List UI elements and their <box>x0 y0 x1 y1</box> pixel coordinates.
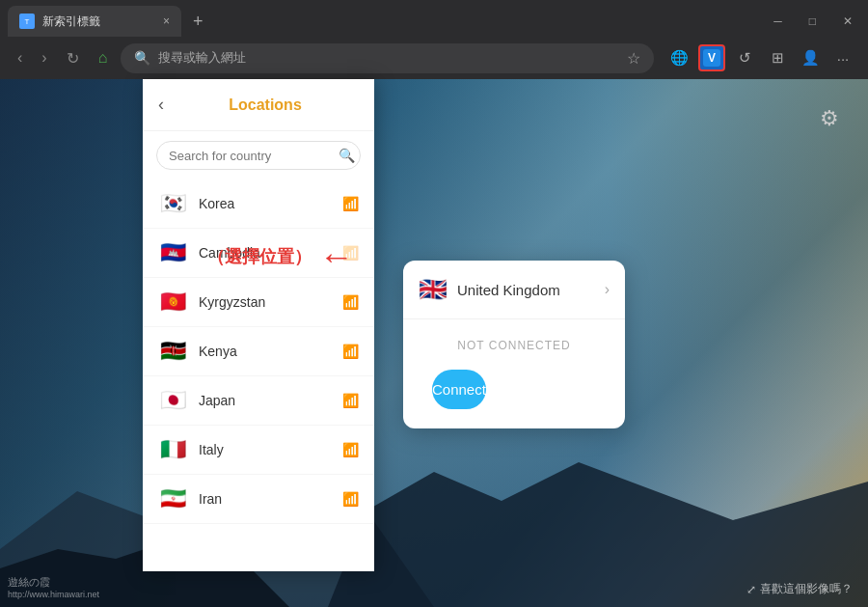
svg-text:V: V <box>708 51 716 65</box>
list-item[interactable]: 🇮🇷 Iran 📶 <box>143 475 374 524</box>
vpn-extension-icon[interactable]: V <box>698 44 725 71</box>
annotation-text: （選擇位置） <box>207 245 312 268</box>
connect-button[interactable]: Connect <box>432 370 486 409</box>
country-name: Korea <box>199 196 331 211</box>
watermark-url: http://www.himawari.net <box>8 590 99 599</box>
photo-credit[interactable]: ⤢ 喜歡這個影像嗎？ <box>746 581 853 597</box>
photo-credit-text: 喜歡這個影像嗎？ <box>760 581 853 597</box>
flag-icon: 🇮🇷 <box>158 486 187 511</box>
settings-menu-icon[interactable]: ··· <box>829 44 856 71</box>
signal-icon: 📶 <box>342 491 359 507</box>
uk-flag-icon: 🇬🇧 <box>419 276 448 303</box>
address-text: 搜尋或輸入網址 <box>158 49 619 67</box>
tab-favicon: T <box>19 14 35 29</box>
signal-icon: 📶 <box>342 294 359 310</box>
search-magnifier-icon: 🔍 <box>339 148 355 163</box>
signal-icon: 📶 <box>342 344 359 359</box>
signal-icon: 📶 <box>342 196 359 211</box>
country-name: Iran <box>199 491 331 507</box>
watermark-text: 遊絲の霞 <box>8 575 99 590</box>
minimize-button[interactable]: ─ <box>766 13 790 30</box>
address-bar[interactable]: 🔍 搜尋或輸入網址 ☆ <box>121 43 654 73</box>
search-icon: 🔍 <box>134 50 150 66</box>
vpn-country-row[interactable]: 🇬🇧 United Kingdom › <box>403 261 625 319</box>
panel-header: ‹ Locations <box>143 79 374 131</box>
history-icon[interactable]: ↺ <box>731 44 758 71</box>
nav-icons-group: 🌐 V ↺ ⊞ 👤 ··· <box>665 44 856 71</box>
tab-close-btn[interactable]: × <box>163 14 170 28</box>
browser-tab[interactable]: T 新索引標籤 × <box>8 6 181 37</box>
chevron-right-icon: › <box>605 281 610 298</box>
list-item[interactable]: 🇰🇬 Kyrgyzstan 📶 <box>143 278 374 327</box>
flag-icon: 🇰🇬 <box>158 290 187 315</box>
signal-icon: 📶 <box>342 393 359 408</box>
vpn-card: 🇬🇧 United Kingdom › NOT CONNECTED Connec… <box>403 261 625 428</box>
flag-icon: 🇮🇹 <box>158 437 187 462</box>
browser-chrome: T 新索引標籤 × + ─ □ ✕ ‹ › ↻ ⌂ 🔍 搜尋或輸入網址 ☆ 🌐 <box>0 0 868 79</box>
star-icon: ☆ <box>627 49 640 68</box>
list-item[interactable]: 🇯🇵 Japan 📶 <box>143 376 374 426</box>
refresh-button[interactable]: ↻ <box>61 45 85 71</box>
locations-panel: ‹ Locations 🔍 🇰🇷 Korea 📶 🇰🇭 Cambodia 📶 🇰… <box>143 79 374 571</box>
annotation-arrow-icon: ← <box>319 239 354 274</box>
watermark: 遊絲の霞 http://www.himawari.net <box>8 575 99 599</box>
window-controls: ─ □ ✕ <box>766 13 860 30</box>
signal-icon: 📶 <box>342 442 359 457</box>
flag-icon: 🇰🇪 <box>158 339 187 364</box>
tab-title: 新索引標籤 <box>42 14 155 30</box>
panel-back-button[interactable]: ‹ <box>158 95 164 115</box>
photo-credit-icon: ⤢ <box>746 583 756 596</box>
vpn-status-label: NOT CONNECTED <box>403 319 625 362</box>
country-name: Kenya <box>199 344 331 359</box>
profile-icon[interactable]: 👤 <box>797 44 824 71</box>
annotation-arrow-container: ← <box>319 239 354 274</box>
gear-button[interactable]: ⚙ <box>820 106 839 131</box>
home-button[interactable]: ⌂ <box>93 45 114 70</box>
nav-bar: ‹ › ↻ ⌂ 🔍 搜尋或輸入網址 ☆ 🌐 V ↺ ⊞ 👤 ··· <box>0 37 868 79</box>
search-box[interactable]: 🔍 <box>156 141 361 170</box>
back-button[interactable]: ‹ <box>12 45 28 70</box>
flag-icon: 🇰🇷 <box>158 191 187 216</box>
search-input[interactable] <box>169 149 331 163</box>
country-name: Japan <box>199 393 331 408</box>
list-item[interactable]: 🇰🇪 Kenya 📶 <box>143 327 374 376</box>
new-tab-button[interactable]: + <box>185 8 211 36</box>
close-button[interactable]: ✕ <box>835 13 860 30</box>
country-name: Italy <box>199 442 331 457</box>
panel-title: Locations <box>172 97 359 114</box>
country-name: Kyrgyzstan <box>199 294 331 310</box>
list-item[interactable]: 🇰🇷 Korea 📶 <box>143 179 374 229</box>
flag-icon: 🇰🇭 <box>158 240 187 265</box>
annotation-group: （選擇位置） ← <box>207 239 354 274</box>
globe-icon[interactable]: 🌐 <box>665 44 692 71</box>
vpn-country-name: United Kingdom <box>457 282 595 298</box>
list-item[interactable]: 🇮🇹 Italy 📶 <box>143 426 374 475</box>
maximize-button[interactable]: □ <box>801 13 824 30</box>
flag-icon: 🇯🇵 <box>158 388 187 413</box>
collections-icon[interactable]: ⊞ <box>764 44 791 71</box>
tab-bar: T 新索引標籤 × + ─ □ ✕ <box>0 0 868 37</box>
svg-text:T: T <box>25 17 30 26</box>
forward-button[interactable]: › <box>36 45 52 70</box>
